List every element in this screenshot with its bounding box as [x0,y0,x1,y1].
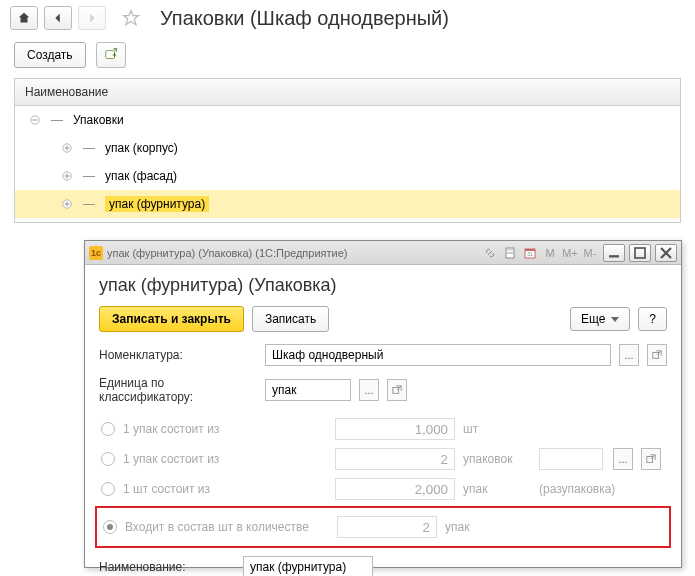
nomenclature-open[interactable] [647,344,667,366]
radio-label: Входит в состав шт в количестве [125,520,329,534]
radio-row-2[interactable]: 1 упак состоит из упаковок ... [99,444,667,474]
dialog-body: упак (фурнитура) (Упаковка) Записать и з… [85,265,681,576]
radio-icon[interactable] [101,422,115,436]
radio-label: 1 упак состоит из [123,452,327,466]
tree-panel: Наименование — Упаковки — упак (корпус) … [14,78,681,223]
nomenclature-field[interactable] [265,344,611,366]
unit-classifier-field[interactable] [265,379,351,401]
open-icon [392,385,402,395]
radio-icon[interactable] [101,482,115,496]
expand-icon[interactable] [61,170,73,182]
radio-1-unit: шт [463,422,531,436]
svg-rect-6 [507,249,513,251]
radio-3-unit: упак [463,482,531,496]
maximize-icon [630,243,650,263]
arrow-left-icon [51,11,65,25]
folder-plus-icon [104,48,118,62]
radio-3-value[interactable] [335,478,455,500]
dialog-toolbar: Записать и закрыть Записать Еще ? [99,306,667,332]
tree-column-header[interactable]: Наименование [15,79,680,106]
app-icon: 1c [89,246,103,260]
close-icon [656,243,676,263]
dialog-window: 1c упак (фурнитура) (Упаковка) (1С:Предп… [84,240,682,568]
back-button[interactable] [44,6,72,30]
radio-1-value[interactable] [335,418,455,440]
dialog-heading: упак (фурнитура) (Упаковка) [99,275,667,296]
help-button[interactable]: ? [638,307,667,331]
svg-rect-13 [635,248,645,258]
expand-icon[interactable] [61,142,73,154]
radio-group: 1 упак состоит из шт 1 упак состоит из у… [99,414,667,548]
calc-button[interactable] [501,245,519,261]
unit-classifier-label: Единица по классификатору: [99,376,257,404]
maximize-button[interactable] [629,244,651,262]
name-label: Наименование: [99,560,235,574]
radio-row-3[interactable]: 1 шт состоит из упак (разупаковка) [99,474,667,504]
tree-item-label: упак (фасад) [105,169,177,183]
radio-3-extra: (разупаковка) [539,482,615,496]
dialog-titlebar[interactable]: 1c упак (фурнитура) (Упаковка) (1С:Предп… [85,241,681,265]
svg-rect-14 [653,353,659,359]
radio-row-1[interactable]: 1 упак состоит из шт [99,414,667,444]
open-icon [646,454,656,464]
pack-select[interactable]: ... [613,448,633,470]
save-close-button[interactable]: Записать и закрыть [99,306,244,332]
link-icon [484,247,496,259]
radio-4-unit: упак [445,520,513,534]
radio-2-pack-field[interactable] [539,448,603,470]
radio-row-4[interactable]: Входит в состав шт в количестве упак [101,512,667,542]
radio-2-value[interactable] [335,448,455,470]
nomenclature-row: Номенклатура: ... [99,344,667,366]
radio-icon[interactable] [101,452,115,466]
svg-rect-16 [647,457,653,463]
tree-root-row[interactable]: — Упаковки [15,106,680,134]
minus-icon: — [51,114,63,126]
radio-4-value[interactable] [337,516,437,538]
tree-item-label: упак (корпус) [105,141,178,155]
forward-button[interactable] [78,6,106,30]
radio-2-unit: упаковок [463,452,531,466]
tree-item-label: упак (фурнитура) [105,196,209,212]
radio-label: 1 шт состоит из [123,482,327,496]
favorite-button[interactable] [120,7,142,29]
create-button[interactable]: Создать [14,42,86,68]
home-button[interactable] [10,6,38,30]
minimize-button[interactable] [603,244,625,262]
svg-point-9 [511,252,513,254]
home-icon [17,11,31,25]
tree-item[interactable]: — упак (корпус) [15,134,680,162]
calendar-icon: 31 [524,247,536,259]
nomenclature-select[interactable]: ... [619,344,639,366]
expand-icon[interactable] [61,198,73,210]
unit-select[interactable]: ... [359,379,379,401]
close-button[interactable] [655,244,677,262]
minus-icon: — [83,198,95,210]
tree-item[interactable]: — упак (фасад) [15,162,680,190]
memory-m-button[interactable]: M [541,245,559,261]
minus-icon: — [83,170,95,182]
name-field[interactable] [243,556,373,576]
svg-rect-15 [393,388,399,394]
main-toolbar: Упаковки (Шкаф однодверный) [0,0,695,34]
radio-icon[interactable] [103,520,117,534]
tree-item-selected[interactable]: — упак (фурнитура) [15,190,680,218]
pack-open[interactable] [641,448,661,470]
tree-body: — Упаковки — упак (корпус) — упак (фасад… [15,106,680,222]
calendar-button[interactable]: 31 [521,245,539,261]
link-button[interactable] [481,245,499,261]
unit-open[interactable] [387,379,407,401]
save-button[interactable]: Записать [252,306,329,332]
radio-label: 1 упак состоит из [123,422,327,436]
name-row: Наименование: [99,556,667,576]
open-icon [652,350,662,360]
memory-mplus-button[interactable]: M+ [561,245,579,261]
more-button[interactable]: Еще [570,307,630,331]
nomenclature-label: Номенклатура: [99,348,257,362]
memory-mminus-button[interactable]: M- [581,245,599,261]
new-folder-button[interactable] [96,42,126,68]
unit-classifier-row: Единица по классификатору: ... [99,376,667,404]
collapse-icon[interactable] [29,114,41,126]
tree-root-label: Упаковки [73,113,124,127]
page-title: Упаковки (Шкаф однодверный) [160,7,449,30]
titlebar-tools: 31 M M+ M- [481,244,677,262]
